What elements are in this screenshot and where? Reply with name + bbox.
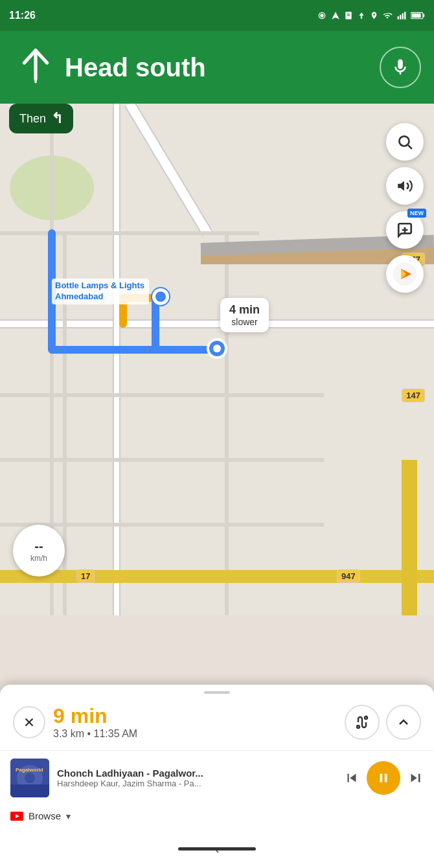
then-turn-icon: ↰ <box>51 110 63 127</box>
map-svg <box>0 104 434 615</box>
then-label: Then <box>19 112 46 126</box>
trip-separator: • <box>87 728 91 739</box>
expand-button[interactable] <box>386 705 421 740</box>
svg-rect-11 <box>412 14 421 17</box>
chevron-down-icon: ▾ <box>66 811 71 821</box>
road-badge-947: 947 <box>337 569 360 583</box>
trip-distance: 3.3 km <box>53 728 84 739</box>
svg-point-50 <box>365 716 367 719</box>
trip-details: 9 min 3.3 km • 11:35 AM <box>53 704 337 740</box>
svg-rect-32 <box>0 570 434 583</box>
svg-rect-5 <box>398 16 399 19</box>
song-artist: Harshdeep Kaur, Jazim Sharma - Pa... <box>57 779 336 788</box>
svg-point-39 <box>399 136 409 146</box>
speed-value: -- <box>34 539 43 554</box>
next-button[interactable] <box>407 770 424 786</box>
add-comment-button[interactable]: NEW <box>386 211 424 249</box>
direction-text: Head south <box>65 53 380 82</box>
back-button[interactable]: ‹ <box>215 841 220 856</box>
svg-point-38 <box>155 291 166 302</box>
battery-icon <box>411 12 425 19</box>
navigation-icon <box>331 11 340 20</box>
close-button[interactable] <box>13 706 45 738</box>
document-icon <box>344 10 353 21</box>
svg-rect-7 <box>402 14 404 19</box>
music-player: Pagalworld Chonch Ladhiyaan - Pagalwor..… <box>0 750 434 805</box>
nav-header: Head south <box>0 31 434 104</box>
search-button[interactable] <box>386 123 424 161</box>
yt-music-button[interactable] <box>386 255 424 293</box>
speed-indicator: -- km/h <box>13 525 65 577</box>
youtube-music-icon <box>10 812 23 821</box>
svg-point-49 <box>357 725 360 728</box>
sound-button[interactable] <box>386 167 424 205</box>
slower-mins: 4 min <box>229 303 260 317</box>
trip-time: 9 min <box>53 704 337 728</box>
svg-point-53 <box>25 773 35 783</box>
svg-point-36 <box>213 345 221 352</box>
svg-point-0 <box>320 14 323 17</box>
slower-text: slower <box>229 317 260 327</box>
status-bar: 11:26 <box>0 0 434 31</box>
status-time: 11:26 <box>9 10 36 21</box>
nav-bar: ‹ <box>0 829 434 868</box>
wifi-icon <box>382 11 393 20</box>
svg-text:Pagalworld: Pagalworld <box>16 767 43 773</box>
status-icons <box>317 10 425 21</box>
road-badge-17: 17 <box>76 569 95 583</box>
trip-info: 9 min 3.3 km • 11:35 AM <box>0 694 434 750</box>
browse-label: Browse <box>29 810 61 821</box>
direction-arrow-icon <box>13 45 58 90</box>
routes-button[interactable] <box>345 705 380 740</box>
podcast-icon <box>317 10 327 21</box>
new-badge: NEW <box>407 209 426 218</box>
place-name: Bottle Lamps & Lights Ahmedabad <box>52 279 149 304</box>
map-area: Bottle Lamps & Lights Ahmedabad 4 min sl… <box>0 104 434 615</box>
speed-unit: km/h <box>30 554 47 563</box>
svg-rect-10 <box>423 14 424 17</box>
map-controls: NEW <box>386 123 424 293</box>
browse-section[interactable]: Browse ▾ <box>0 805 434 829</box>
trip-arrival: 11:35 AM <box>94 728 138 739</box>
svg-marker-41 <box>398 181 404 190</box>
svg-rect-6 <box>400 15 401 19</box>
album-art: Pagalworld <box>10 759 49 797</box>
song-title: Chonch Ladhiyaan - Pagalwor... <box>57 768 336 779</box>
pause-button[interactable] <box>367 761 400 795</box>
then-banner: Then ↰ <box>9 104 73 133</box>
location-icon <box>370 10 378 21</box>
upload-icon <box>357 10 366 21</box>
svg-rect-33 <box>402 460 417 615</box>
place-label: Bottle Lamps & Lights Ahmedabad <box>52 279 149 304</box>
mic-button[interactable] <box>380 47 421 88</box>
signal-icon <box>396 11 407 20</box>
music-controls <box>343 761 424 795</box>
trip-meta: 3.3 km • 11:35 AM <box>53 728 337 740</box>
song-info: Chonch Ladhiyaan - Pagalwor... Harshdeep… <box>57 768 336 788</box>
prev-button[interactable] <box>343 770 360 786</box>
road-badge-147-right: 147 <box>402 389 425 402</box>
svg-line-40 <box>408 145 412 149</box>
trip-actions <box>345 705 421 740</box>
svg-rect-55 <box>10 784 49 797</box>
slower-badge: 4 min slower <box>220 298 269 332</box>
bottom-panel: 9 min 3.3 km • 11:35 AM <box>0 685 434 829</box>
svg-rect-8 <box>404 12 405 19</box>
